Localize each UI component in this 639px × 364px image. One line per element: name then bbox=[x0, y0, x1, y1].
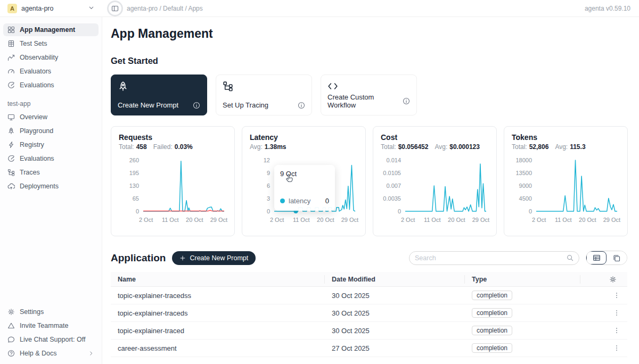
x-tick: 20 Oct bbox=[317, 217, 334, 223]
search-icon[interactable] bbox=[567, 254, 574, 261]
table-row[interactable]: topic-explainer-traceds 30 Oct 2025 comp… bbox=[111, 304, 627, 322]
x-tick: 11 Oct bbox=[555, 217, 572, 223]
row-more-button[interactable] bbox=[613, 327, 620, 334]
sidebar: App Management Test Sets Observability E… bbox=[0, 17, 102, 364]
sidebar-item-evaluations[interactable]: Evaluations bbox=[3, 152, 99, 165]
sidebar-item-invite-teammate[interactable]: Invite Teammate bbox=[3, 319, 99, 332]
y-tick: 0.0035 bbox=[383, 195, 401, 202]
sidebar-item-help-docs[interactable]: Help & Docs bbox=[3, 347, 99, 360]
metric-stats: Avg:1.38ms bbox=[250, 143, 358, 151]
y-tick: 12 bbox=[264, 157, 270, 163]
column-header-date-modified[interactable]: Date Modified bbox=[325, 275, 465, 284]
triangle-icon bbox=[7, 322, 15, 329]
chevron-down-icon[interactable] bbox=[88, 4, 95, 13]
sidebar-item-deployments[interactable]: Deployments bbox=[3, 180, 99, 193]
y-tick: 13500 bbox=[515, 170, 532, 176]
sidebar-item-live-chat-support-off[interactable]: Live Chat Support: Off bbox=[3, 333, 99, 346]
y-tick: 0.014 bbox=[386, 157, 401, 163]
y-tick: 0 bbox=[529, 208, 532, 214]
y-tick: 9 bbox=[267, 170, 270, 176]
type-badge: completion bbox=[472, 343, 512, 353]
view-toggle bbox=[586, 251, 627, 265]
column-header-type[interactable]: Type bbox=[465, 275, 580, 284]
chart-requests: 0651301952602 Oct11 Oct20 Oct29 Oct bbox=[119, 154, 228, 226]
x-tick: 11 Oct bbox=[162, 217, 179, 223]
search-input[interactable] bbox=[415, 254, 562, 262]
type-badge: completion bbox=[472, 291, 512, 300]
y-tick: 6 bbox=[267, 183, 270, 189]
date-modified-cell: 30 Oct 2025 bbox=[325, 327, 465, 335]
x-tick: 29 Oct bbox=[603, 217, 620, 223]
get-started-title: Get Started bbox=[111, 56, 627, 66]
monitor-icon bbox=[7, 113, 15, 121]
card-view-button[interactable] bbox=[607, 251, 627, 264]
row-more-button[interactable] bbox=[613, 292, 620, 299]
table-view-button[interactable] bbox=[586, 251, 607, 264]
panel-icon bbox=[111, 5, 119, 12]
create-new-prompt-button[interactable]: Create New Prompt bbox=[172, 251, 256, 265]
table-settings-button[interactable] bbox=[609, 276, 617, 283]
get-started-card-create-custom-workflow[interactable]: Create Custom Workflow bbox=[321, 75, 417, 115]
grid-icon bbox=[7, 26, 15, 34]
metric-card-cost: Cost Total:$0.056452Avg:$0.000123 00.003… bbox=[373, 126, 497, 236]
help-icon bbox=[7, 350, 15, 357]
sidebar-item-observability[interactable]: Observability bbox=[3, 51, 99, 64]
sidebar-item-settings[interactable]: Settings bbox=[3, 305, 99, 318]
table-row[interactable]: topic-explainer-tracedss 30 Oct 2025 com… bbox=[111, 287, 627, 304]
gauge-icon bbox=[7, 68, 15, 75]
series-dot bbox=[280, 198, 285, 203]
more-icon bbox=[613, 327, 620, 334]
series-failed bbox=[143, 210, 224, 211]
search-icon bbox=[567, 254, 574, 261]
x-tick: 20 Oct bbox=[579, 217, 596, 223]
workspace-switcher[interactable]: A agenta-pro bbox=[0, 4, 102, 13]
get-started-card-set-up-tracing[interactable]: Set Up Tracing bbox=[216, 75, 312, 115]
table-icon bbox=[593, 254, 601, 262]
y-tick: 195 bbox=[129, 170, 139, 176]
workspace-avatar: A bbox=[7, 4, 17, 13]
sidebar-item-app-management[interactable]: App Management bbox=[3, 23, 99, 36]
sidebar-item-evaluations[interactable]: Evaluations bbox=[3, 79, 99, 92]
rocket-icon bbox=[118, 81, 128, 92]
hand-cursor-icon bbox=[285, 173, 294, 183]
workspace-name: agenta-pro bbox=[21, 5, 53, 12]
x-tick: 20 Oct bbox=[186, 217, 203, 223]
sidebar-collapse-button[interactable] bbox=[109, 2, 121, 15]
y-tick: 18000 bbox=[515, 157, 532, 163]
list-icon bbox=[7, 40, 15, 47]
speed-icon bbox=[7, 81, 15, 89]
info-icon bbox=[403, 97, 410, 105]
x-tick: 2 Oct bbox=[401, 217, 415, 223]
table-row[interactable]: topic-explainer-traced 30 Oct 2025 compl… bbox=[111, 322, 627, 340]
table-row[interactable]: career-assessment 27 Oct 2025 completion bbox=[111, 340, 627, 357]
get-started-card-create-new-prompt[interactable]: Create New Prompt bbox=[111, 75, 207, 115]
cards-icon bbox=[613, 254, 620, 262]
metric-card-latency: Latency Avg:1.38ms 0369122 Oct11 Oct20 O… bbox=[242, 126, 366, 236]
chevright-icon bbox=[88, 350, 94, 357]
x-tick: 11 Oct bbox=[424, 217, 441, 223]
info-icon bbox=[193, 102, 200, 109]
main-content: App Management Get Started Create New Pr… bbox=[102, 17, 639, 364]
code-icon bbox=[327, 81, 338, 92]
date-modified-cell: 27 Oct 2025 bbox=[325, 344, 465, 352]
metric-title: Latency bbox=[250, 133, 358, 142]
sidebar-item-overview[interactable]: Overview bbox=[3, 111, 99, 123]
sidebar-item-traces[interactable]: Traces bbox=[3, 166, 99, 179]
sidebar-item-test-sets[interactable]: Test Sets bbox=[3, 37, 99, 50]
y-tick: 0 bbox=[267, 208, 270, 214]
metric-stats: Total:52,806Avg:115.3 bbox=[512, 143, 620, 151]
row-more-button[interactable] bbox=[613, 309, 620, 317]
sidebar-item-playground[interactable]: Playground bbox=[3, 125, 99, 137]
sidebar-item-registry[interactable]: Registry bbox=[3, 138, 99, 151]
sidebar-item-evaluators[interactable]: Evaluators bbox=[3, 65, 99, 78]
applications-table: NameDate ModifiedType topic-explainer-tr… bbox=[111, 272, 627, 357]
row-more-button[interactable] bbox=[613, 344, 620, 352]
app-name-cell: topic-explainer-traceds bbox=[111, 309, 325, 317]
y-tick: 3 bbox=[267, 195, 270, 202]
chart-cost: 00.00350.0070.01050.0142 Oct11 Oct20 Oct… bbox=[381, 154, 490, 226]
column-header-name[interactable]: Name bbox=[111, 275, 325, 284]
cloud-icon bbox=[7, 183, 15, 190]
y-tick: 260 bbox=[129, 157, 139, 163]
search-box bbox=[409, 251, 579, 265]
x-tick: 2 Oct bbox=[532, 217, 546, 223]
